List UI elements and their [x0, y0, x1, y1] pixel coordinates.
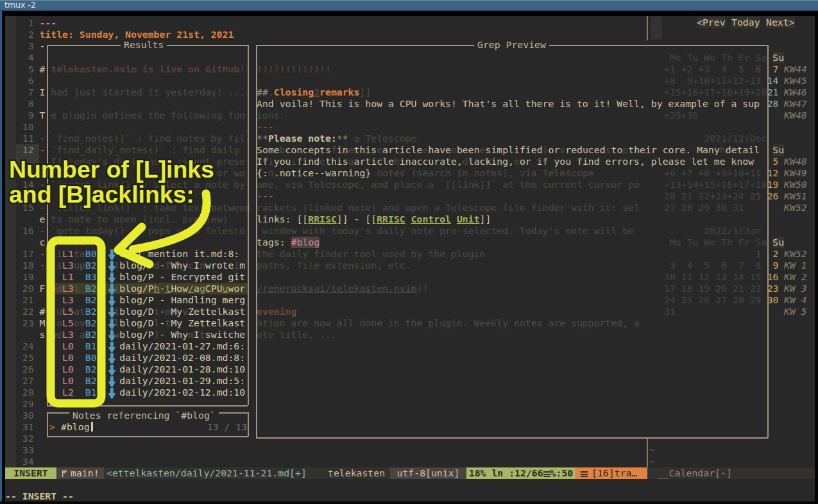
text-run: t: [165, 283, 171, 294]
line-number: 17: [5, 248, 34, 260]
calendar-date[interactable]: 12: [767, 167, 779, 179]
text-run: e: [39, 214, 45, 225]
text-run: -: [39, 144, 45, 156]
text-run: #blog: [291, 237, 320, 248]
calendar-date[interactable]: 28: [767, 98, 779, 110]
result-entry-text[interactable]: blog/D: [119, 306, 153, 317]
text-run: ts note to open (incl. preview): [51, 214, 228, 225]
result-entry-text[interactable]: blog/P: [119, 329, 153, 340]
calendar-date[interactable]: 2: [773, 248, 779, 260]
line-number: 11: [5, 133, 34, 144]
text-run: Control: [411, 214, 451, 225]
calendar-date[interactable]: 26: [767, 190, 779, 202]
calendar-date[interactable]: 7: [773, 63, 779, 75]
text-run: in: [337, 144, 348, 156]
line-number: 20: [5, 283, 34, 294]
text-run: e plugin defines the following fun: [51, 110, 245, 121]
text-run: T: [39, 110, 45, 121]
text-run: t: [154, 306, 160, 317]
text-run: +8 9+10+11+12+13: [664, 75, 761, 87]
result-entry-text[interactable]: blog/D: [119, 317, 153, 329]
text-run: KW 3: [784, 283, 807, 294]
tmux-titlebar[interactable]: tmux -2: [0, 0, 818, 11]
text-run: KW44: [784, 63, 807, 75]
line-icon: ln: [491, 467, 503, 478]
calendar-date[interactable]: 16: [767, 271, 779, 283]
text-run: to: [611, 144, 623, 156]
calendar-date[interactable]: 19: [767, 179, 779, 190]
calendar-date[interactable]: 9: [773, 260, 779, 271]
result-entry-text[interactable]: daily/2021-02-12.md:10: [119, 387, 245, 398]
line-number: 22: [5, 306, 34, 317]
text-run: lacking,: [468, 156, 514, 167]
text-run: 31: [664, 306, 676, 317]
result-entry-text[interactable]: daily/2021-01-29.md:5:: [119, 375, 245, 387]
result-entry-text[interactable]: blog/P - Handling merg: [119, 294, 245, 306]
preview-border-left: [256, 45, 257, 438]
text-run: t: [200, 329, 205, 340]
results-title: Results: [121, 39, 167, 51]
text-run: 17 18 19 20 21 22: [664, 283, 761, 294]
line-number: 10: [5, 121, 34, 133]
calendar-nav-today[interactable]: Today: [731, 17, 760, 28]
calendar-nav-next[interactable]: Next>: [766, 17, 795, 28]
calendar-date[interactable]: 30: [767, 294, 779, 306]
text-run: /: [188, 283, 194, 294]
line-number: 16: [5, 225, 34, 237]
text-run: RRISC: [308, 214, 337, 225]
text-run: o: [56, 317, 62, 329]
text-run: L1: [62, 271, 74, 283]
text-run: KW52: [784, 202, 807, 214]
result-entry-text[interactable]: blog/P: [119, 260, 153, 271]
text-run: evening: [257, 306, 296, 317]
text-run: h: [394, 156, 400, 167]
line-number: 25: [5, 352, 34, 364]
text-run: 1: [756, 248, 762, 260]
result-entry-text[interactable]: blog/P: [119, 283, 153, 294]
text-run: 3 4 5 6 7 8: [670, 260, 762, 271]
text-run: KW45: [784, 75, 807, 87]
text-run: My: [171, 306, 182, 317]
result-entry-text[interactable]: daily/2021-01-28.md:10: [119, 364, 245, 375]
window-separator: [647, 16, 648, 40]
calendar-date[interactable]: 23: [767, 283, 779, 294]
text-run: 2021/12(Dec: [704, 133, 767, 144]
plugin-name: telekasten: [328, 467, 385, 479]
line-number: 30: [5, 410, 34, 421]
calendar-date[interactable]: 5: [773, 156, 779, 167]
text-run: -: [160, 317, 166, 329]
window-title: tmux -2: [4, 0, 36, 10]
text-run: -: [160, 283, 166, 294]
line-number: 31: [5, 421, 34, 433]
filename[interactable]: <ettelkasten/daily/2021-11-21.md[+]: [107, 467, 307, 479]
text-run: L0: [62, 340, 74, 352]
calendar-date[interactable]: 21: [767, 87, 779, 98]
result-entry-text[interactable]: daily/2021-02-08.md:8:: [119, 352, 245, 364]
text-run: article: [382, 144, 422, 156]
text-run: .: [268, 87, 274, 98]
result-entry-text[interactable]: blog/P - Encrypted git: [119, 271, 245, 283]
calendar-nav-prev[interactable]: <Prev: [697, 17, 726, 28]
text-run: L0: [62, 352, 74, 364]
prompt-query[interactable]: #blog: [61, 421, 90, 433]
result-entry-text[interactable]: daily/2021-01-27.md:6:: [119, 340, 245, 352]
text-run: B2: [85, 294, 97, 306]
line-number: 33: [5, 444, 34, 456]
text-run: `goto_today()` : pops up a Telesco: [51, 225, 245, 237]
text-run: - Why: [160, 329, 189, 340]
git-branch[interactable]: main!: [56, 467, 104, 479]
text-run: -: [39, 179, 45, 190]
preview-border-right: [767, 45, 769, 438]
text-run: -: [160, 260, 166, 271]
line-number: 32: [5, 433, 34, 444]
text-run: ): [154, 329, 160, 340]
text-run: 2: [314, 87, 320, 98]
text-run: L3: [62, 260, 74, 271]
line-number: 2: [5, 29, 34, 40]
text-run: -: [39, 167, 45, 179]
text-run: this: [354, 144, 377, 156]
calendar-date[interactable]: 14: [767, 75, 779, 87]
calendar-cursor-cell: [651, 17, 662, 39]
result-entry-text[interactable]: do i mention it.md:8:: [119, 248, 239, 260]
text-run: have: [428, 144, 451, 156]
